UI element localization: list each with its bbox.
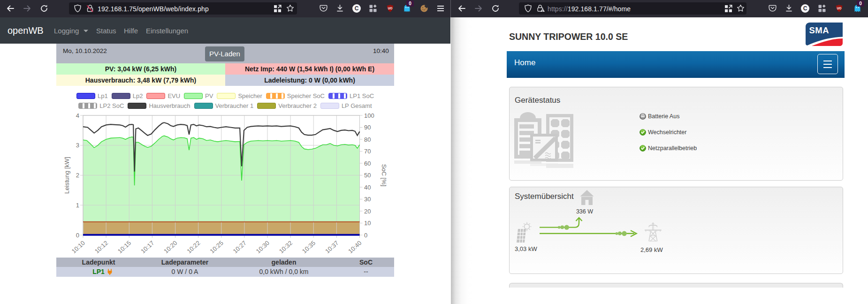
svg-text:10:32: 10:32 [278, 239, 294, 255]
svg-text:10:10: 10:10 [70, 239, 86, 255]
svg-text:10: 10 [364, 220, 371, 227]
svg-text:80: 80 [364, 136, 371, 143]
svg-text:SoC [%]: SoC [%] [381, 164, 388, 187]
svg-text:0: 0 [364, 232, 367, 239]
svg-text:10:25: 10:25 [209, 239, 225, 255]
svg-text:10:35: 10:35 [301, 239, 317, 255]
svg-text:50: 50 [364, 172, 371, 179]
svg-text:Leistung [kW]: Leistung [kW] [63, 157, 70, 194]
svg-text:2: 2 [76, 172, 79, 179]
svg-text:UO: UO [837, 7, 842, 10]
svg-text:20: 20 [364, 208, 371, 215]
svg-text:10:20: 10:20 [162, 239, 178, 255]
svg-text:10:40: 10:40 [347, 239, 363, 255]
svg-text:70: 70 [364, 148, 371, 155]
svg-text:10:15: 10:15 [116, 239, 132, 255]
svg-text:10:37: 10:37 [324, 239, 340, 255]
svg-text:60: 60 [364, 160, 371, 167]
svg-text:UO: UO [388, 7, 393, 10]
svg-text:10:30: 10:30 [255, 239, 271, 255]
svg-text:10:12: 10:12 [93, 239, 109, 255]
svg-text:4: 4 [76, 112, 79, 119]
svg-text:10:17: 10:17 [139, 239, 155, 255]
svg-text:10:22: 10:22 [185, 239, 201, 255]
svg-text:30: 30 [364, 196, 371, 203]
svg-text:0: 0 [76, 232, 79, 239]
svg-text:3: 3 [76, 142, 79, 149]
svg-text:90: 90 [364, 124, 371, 131]
svg-text:SMA: SMA [809, 25, 830, 35]
svg-text:1: 1 [76, 202, 79, 209]
svg-text:40: 40 [364, 184, 371, 191]
svg-text:10:27: 10:27 [232, 239, 248, 255]
svg-text:100: 100 [364, 112, 374, 119]
